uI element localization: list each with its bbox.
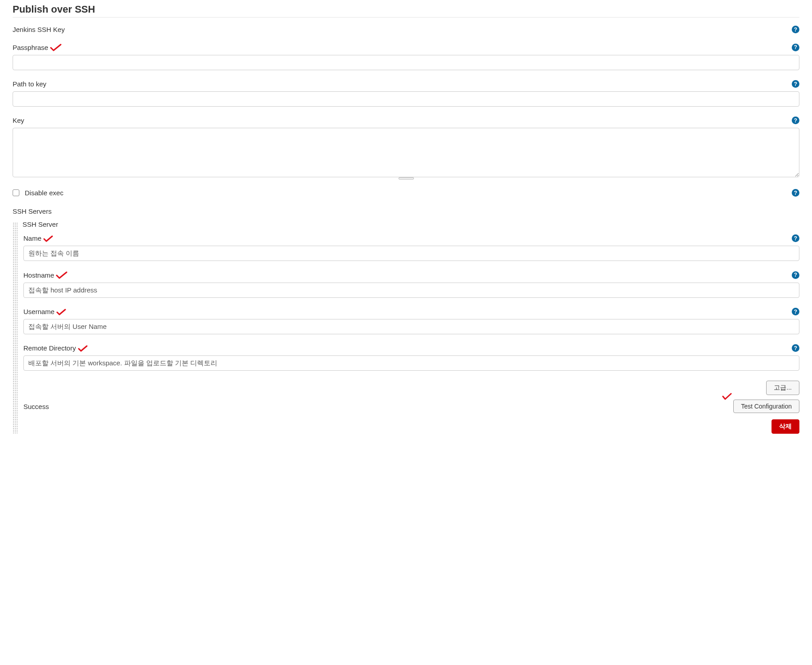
help-icon[interactable]: ? [792,117,799,124]
help-icon[interactable]: ? [792,344,799,352]
ssh-server-block: SSH Server Name ? Hostname [13,220,799,434]
advanced-button[interactable]: 고급... [766,381,799,395]
section-title: Publish over SSH [13,4,799,18]
path-to-key-input[interactable] [13,91,799,107]
help-icon[interactable]: ? [792,80,799,88]
disable-exec-label: Disable exec [25,189,63,197]
server-hostname-row: Hostname ? [23,271,799,298]
server-username-input[interactable] [23,319,799,334]
help-icon[interactable]: ? [792,271,799,279]
help-icon[interactable]: ? [792,234,799,242]
help-icon[interactable]: ? [792,26,799,33]
checkmark-icon [50,44,62,52]
server-remote-dir-row: Remote Directory ? [23,344,799,371]
key-label: Key [13,117,24,124]
server-name-row: Name ? [23,234,799,261]
server-name-label: Name [23,234,41,242]
checkmark-icon [78,345,88,352]
server-remote-dir-label: Remote Directory [23,344,76,352]
disable-exec-checkbox[interactable] [13,189,19,196]
server-remote-dir-input[interactable] [23,355,799,371]
delete-button[interactable]: 삭제 [772,419,799,434]
passphrase-label: Passphrase [13,44,48,51]
passphrase-input[interactable] [13,55,799,70]
server-username-row: Username ? [23,308,799,334]
status-text: Success [23,403,49,410]
disable-exec-row: Disable exec ? [13,189,799,197]
help-icon[interactable]: ? [792,308,799,315]
path-to-key-label: Path to key [13,80,46,88]
checkmark-icon [722,392,732,402]
checkmark-icon [56,271,67,279]
test-configuration-button[interactable]: Test Configuration [733,400,799,413]
jenkins-ssh-key-row: Jenkins SSH Key ? [13,26,799,33]
server-hostname-label: Hostname [23,271,54,279]
ssh-server-heading: SSH Server [22,220,799,228]
path-to-key-row: Path to key ? [13,80,799,107]
resize-grip-icon[interactable] [399,177,414,180]
passphrase-row: Passphrase ? [13,43,799,70]
key-row: Key ? [13,117,799,179]
drag-handle-icon[interactable] [13,222,18,434]
jenkins-ssh-key-label: Jenkins SSH Key [13,26,65,33]
ssh-servers-label: SSH Servers [13,207,799,215]
test-config-row: Success Test Configuration [23,400,799,413]
server-username-label: Username [23,308,54,315]
server-name-input[interactable] [23,246,799,261]
checkmark-icon [43,235,53,243]
server-hostname-input[interactable] [23,283,799,298]
help-icon[interactable]: ? [792,44,799,51]
checkmark-icon [56,309,66,316]
help-icon[interactable]: ? [792,189,799,197]
key-textarea[interactable] [13,128,799,177]
